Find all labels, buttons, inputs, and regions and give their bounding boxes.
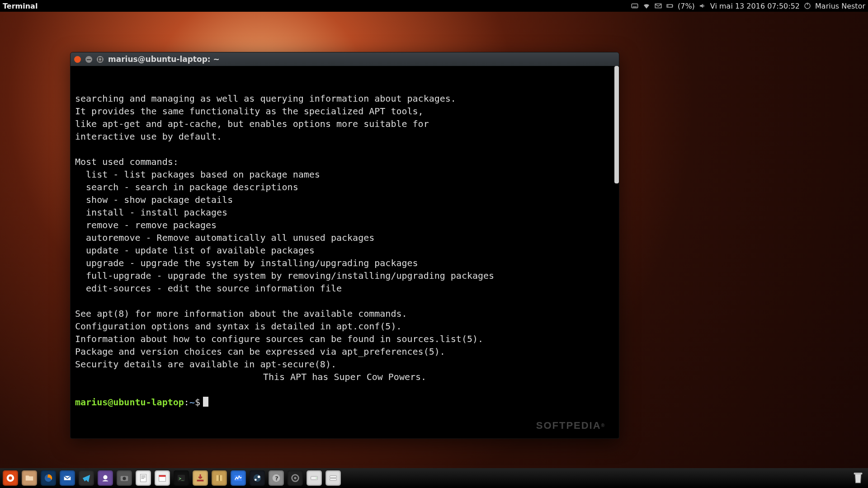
terminal-viewport[interactable]: searching and managing as well as queryi…: [71, 66, 619, 438]
softpedia-watermark: SOFTPEDIA®: [536, 419, 605, 432]
svg-point-33: [294, 477, 297, 479]
window-maximize-button[interactable]: [97, 56, 104, 63]
svg-rect-25: [219, 475, 220, 481]
terminal-line: show - show package details: [75, 194, 233, 205]
terminal-line: interactive use by default.: [75, 131, 222, 142]
terminal-line: Information about how to configure sourc…: [75, 333, 483, 344]
system-monitor-icon[interactable]: [231, 470, 246, 486]
archive-manager-icon[interactable]: [212, 470, 227, 486]
power-icon[interactable]: [803, 2, 811, 10]
show-applications-icon[interactable]: [3, 470, 18, 486]
files-icon[interactable]: [22, 470, 37, 486]
window-close-button[interactable]: [74, 56, 81, 63]
bottom-panel: >_ ?: [0, 468, 868, 488]
terminal-line: upgrade - upgrade the system by installi…: [75, 258, 418, 268]
battery-icon[interactable]: [666, 2, 674, 10]
svg-rect-20: [159, 475, 166, 477]
disk1-icon[interactable]: [307, 470, 322, 486]
window-titlebar[interactable]: marius@ubuntu-laptop: ~: [71, 52, 619, 66]
svg-point-29: [255, 479, 257, 481]
terminal-line: See apt(8) for more information about th…: [75, 308, 407, 319]
svg-rect-5: [668, 5, 669, 7]
svg-point-28: [258, 476, 260, 479]
svg-rect-23: [197, 480, 204, 482]
terminal-line: search - search in package descriptions: [75, 182, 298, 192]
svg-point-12: [103, 475, 107, 479]
terminal-line: list - list packages based on package na…: [75, 169, 320, 180]
terminal-line: full-upgrade - upgrade the system by rem…: [75, 270, 494, 281]
prompt-sep: :: [184, 397, 189, 408]
svg-point-14: [123, 477, 126, 480]
obs-icon[interactable]: [288, 470, 303, 486]
svg-rect-17: [141, 477, 145, 477]
trash-icon[interactable]: [851, 471, 865, 485]
terminal-line: Security details are available in apt-se…: [75, 359, 336, 370]
svg-rect-0: [632, 4, 638, 8]
software-installer-icon[interactable]: [193, 470, 208, 486]
terminal-line: Package and version choices can be expre…: [75, 346, 445, 357]
terminal-line: remove - remove packages: [75, 220, 217, 230]
text-editor-icon[interactable]: [136, 470, 151, 486]
svg-text:>_: >_: [179, 476, 184, 481]
svg-rect-36: [330, 476, 337, 478]
terminal-line: Most used commands:: [75, 156, 179, 167]
steam-icon[interactable]: [250, 470, 265, 486]
network-wifi-icon[interactable]: [642, 2, 651, 10]
svg-point-27: [254, 474, 261, 482]
help-icon[interactable]: ?: [269, 470, 284, 486]
terminal-line: Configuration options and syntax is deta…: [75, 321, 401, 332]
terminal-line: searching and managing as well as queryi…: [75, 93, 456, 104]
terminal-line: It provides the same functionality as th…: [75, 106, 424, 117]
prompt-dollar: $: [195, 397, 200, 408]
terminal-line: edit-sources - edit the source informati…: [75, 283, 342, 294]
camera-icon[interactable]: [117, 470, 132, 486]
system-tray: (7%) Vi mai 13 2016 07:50:52 Marius Nest…: [631, 2, 865, 10]
top-panel: Terminal (7%) Vi mai 13 2016 07:50:52 Ma…: [0, 0, 868, 12]
terminal-cursor: [203, 397, 208, 407]
mail-icon[interactable]: [654, 2, 662, 10]
prompt-user: marius@ubuntu-laptop: [75, 397, 184, 408]
window-title: marius@ubuntu-laptop: ~: [108, 55, 220, 64]
clock-text[interactable]: Vi mai 13 2016 07:50:52: [710, 2, 800, 10]
terminal-line: autoremove - Remove automatically all un…: [75, 232, 374, 243]
window-minimize-button[interactable]: [85, 56, 92, 63]
svg-point-9: [9, 476, 12, 479]
svg-rect-18: [141, 478, 144, 479]
firefox-icon[interactable]: [41, 470, 56, 486]
session-username[interactable]: Marius Nestor: [815, 2, 865, 10]
calendar-icon[interactable]: [155, 470, 170, 486]
terminal-line: This APT has Super Cow Powers.: [75, 371, 614, 383]
volume-icon[interactable]: [698, 2, 707, 10]
battery-percent: (7%): [678, 2, 695, 10]
keyboard-layout-icon[interactable]: [631, 2, 639, 10]
thunderbird-icon[interactable]: [60, 470, 75, 486]
svg-text:?: ?: [275, 475, 278, 482]
terminal-line: update - update list of available packag…: [75, 245, 315, 256]
svg-rect-1: [632, 7, 637, 8]
pidgin-icon[interactable]: [98, 470, 113, 486]
svg-rect-38: [854, 473, 863, 474]
terminal-line: like apt-get and apt-cache, but enables …: [75, 118, 429, 129]
svg-point-35: [316, 478, 317, 479]
terminal-icon[interactable]: >_: [174, 470, 189, 486]
svg-rect-16: [141, 476, 145, 476]
svg-rect-37: [330, 479, 337, 481]
terminal-scrollbar[interactable]: [614, 66, 619, 183]
svg-rect-4: [672, 5, 673, 7]
svg-rect-7: [807, 3, 808, 5]
disk2-icon[interactable]: [326, 470, 341, 486]
terminal-line: install - install packages: [75, 207, 227, 218]
prompt-path: ~: [189, 397, 195, 408]
terminal-window: marius@ubuntu-laptop: ~ searching and ma…: [70, 52, 619, 439]
telegram-icon[interactable]: [79, 470, 94, 486]
active-app-title[interactable]: Terminal: [3, 2, 38, 10]
